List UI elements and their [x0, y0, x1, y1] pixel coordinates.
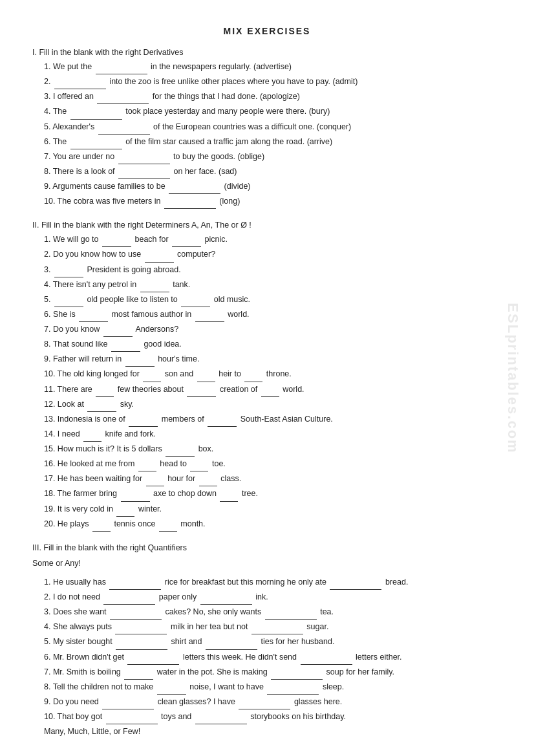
line-iii-6: 6. Mr. Brown didn't get letters this wee… — [44, 650, 502, 665]
blank — [271, 671, 323, 680]
blank — [121, 493, 150, 502]
line-ii-9: 9. Father will return in hour's time. — [44, 352, 502, 367]
line-i-5: 5. Alexander's of the European countries… — [44, 120, 502, 135]
blank — [96, 65, 147, 74]
section-ii-header: II. Fill in the blank with the right Det… — [32, 221, 502, 230]
blank — [169, 185, 220, 194]
blank — [54, 268, 83, 277]
line-ii-7: 7. Do you know Andersons? — [44, 322, 502, 337]
blank — [187, 388, 216, 397]
blank — [143, 373, 161, 382]
line-iii-1: 1. He usually has rice for breakfast but… — [44, 575, 502, 590]
blank — [103, 596, 155, 605]
line-ii-20: 20. He plays tennis once month. — [44, 517, 502, 532]
line-i-6: 6. The of the film star caused a traffic… — [44, 135, 502, 149]
line-iii-5: 5. My sister bought shirt and ties for h… — [44, 634, 502, 649]
blank — [129, 418, 158, 427]
line-ii-8: 8. That sound like good idea. — [44, 337, 502, 352]
line-i-7: 7. You are under no to buy the goods. (o… — [44, 149, 502, 164]
section-i-header: I. Fill in the blank with the right Deri… — [32, 48, 502, 57]
blank — [96, 388, 114, 397]
line-ii-12: 12. Look at sky. — [44, 397, 502, 412]
blank — [181, 298, 210, 307]
blank — [164, 200, 216, 209]
line-ii-19: 19. It is very cold in winter. — [44, 502, 502, 517]
line-i-4: 4. The took place yesterday and many peo… — [44, 104, 502, 119]
section-ii: II. Fill in the blank with the right Det… — [32, 221, 502, 532]
blank — [195, 313, 224, 322]
line-ii-5: 5. old people like to listen to old musi… — [44, 292, 502, 307]
line-ii-10: 10. The old king longed for son and heir… — [44, 367, 502, 382]
line-iii-4: 4. She always puts milk in her tea but n… — [44, 620, 502, 634]
blank — [102, 700, 154, 709]
blank — [97, 95, 149, 104]
blank — [54, 80, 106, 89]
blank — [199, 477, 217, 486]
line-iii-9: 9. Do you need clean glasses? I have gla… — [44, 695, 502, 709]
blank — [330, 581, 381, 590]
blank — [172, 238, 201, 247]
line-ii-6: 6. She is most famous author in world. — [44, 307, 502, 322]
blank — [244, 373, 262, 382]
section-i-lines: 1. We put the in the newspapers regularl… — [44, 59, 502, 209]
line-ii-15: 15. How much is it? It is 5 dollars box. — [44, 442, 502, 457]
blank — [197, 373, 215, 382]
line-ii-14: 14. I need knife and fork. — [44, 427, 502, 442]
section-ii-lines: 1. We will go to beach for picnic. 2. Do… — [44, 232, 502, 532]
line-iii-2: 2. I do not need paper only ink. — [44, 590, 502, 605]
blank — [110, 610, 162, 620]
blank — [261, 388, 279, 397]
line-iii-7: 7. Mr. Smith is boiling water in the pot… — [44, 665, 502, 680]
line-ii-3: 3. President is going abroad. — [44, 263, 502, 277]
blank — [146, 477, 164, 486]
some-or-any-label: Some or Any! — [32, 556, 502, 571]
blank — [267, 686, 319, 695]
line-ii-18: 18. The farmer bring axe to chop down tr… — [44, 486, 502, 501]
watermark: ESLprintables.com — [504, 303, 521, 453]
blank — [159, 523, 177, 532]
blank — [103, 328, 133, 337]
line-i-10: 10. The cobra was five meters in (long) — [44, 194, 502, 209]
section-iii: III. Fill in the blank with the right Qu… — [32, 543, 502, 740]
blank — [118, 170, 170, 179]
blank — [79, 313, 108, 322]
blank — [115, 625, 167, 634]
blank — [127, 656, 179, 665]
blank — [118, 155, 170, 164]
blank — [190, 462, 208, 471]
line-i-3: 3. I offered an for the things that I ha… — [44, 89, 502, 104]
blank — [220, 493, 238, 502]
blank — [206, 641, 257, 650]
line-ii-1: 1. We will go to beach for picnic. — [44, 232, 502, 247]
line-ii-17: 17. He has been waiting for hour for cla… — [44, 471, 502, 486]
line-iii-3: 3. Does she want cakes? No, she only wan… — [44, 605, 502, 620]
blank — [265, 610, 317, 620]
blank — [87, 403, 116, 412]
blank — [70, 111, 122, 120]
blank — [166, 448, 195, 457]
line-ii-2: 2. Do you know how to use computer? — [44, 247, 502, 262]
blank — [83, 433, 101, 442]
blank — [70, 140, 122, 149]
line-iii-10: 10. That boy got toys and storybooks on … — [44, 709, 502, 724]
line-i-2: 2. into the zoo is free unlike other pla… — [44, 74, 502, 89]
blank — [106, 715, 158, 724]
section-i: I. Fill in the blank with the right Deri… — [32, 48, 502, 209]
blank — [111, 343, 140, 352]
line-i-8: 8. There is a look of on her face. (sad) — [44, 164, 502, 179]
line-ii-11: 11. There are few theories about creatio… — [44, 382, 502, 397]
blank — [200, 596, 252, 605]
line-ii-16: 16. He looked at me from head to toe. — [44, 457, 502, 471]
page-title: MIX EXERCISES — [32, 26, 502, 36]
blank — [54, 298, 83, 307]
blank — [157, 686, 186, 695]
blank — [140, 283, 169, 292]
blank — [239, 700, 290, 709]
section-iii-header: III. Fill in the blank with the right Qu… — [32, 543, 502, 552]
section-iii-lines: 1. He usually has rice for breakfast but… — [44, 575, 502, 739]
line-iii-8: 8. Tell the children not to make noise, … — [44, 680, 502, 695]
blank — [125, 358, 155, 367]
line-i-1: 1. We put the in the newspapers regularl… — [44, 59, 502, 74]
blank — [195, 715, 247, 724]
line-ii-13: 13. Indonesia is one of members of South… — [44, 412, 502, 427]
